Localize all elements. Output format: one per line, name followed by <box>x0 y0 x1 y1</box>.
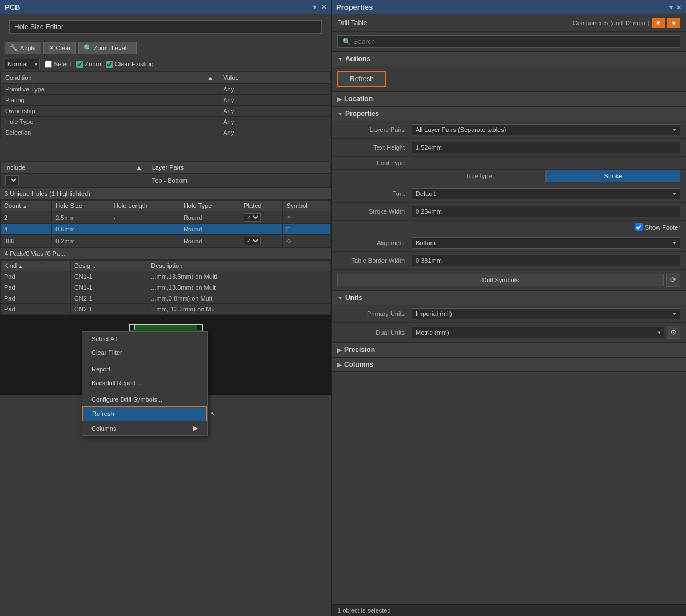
actions-section-header[interactable]: ▼ Actions <box>332 51 686 66</box>
actions-title: Actions <box>345 55 370 63</box>
location-collapse-arrow: ▶ <box>337 96 342 102</box>
truetype-button[interactable]: TrueType <box>412 170 546 182</box>
clear-button[interactable]: ✕ Clear <box>43 42 76 54</box>
table-row[interactable]: 2 2.5mm - Round ✓ ✧ <box>1 211 331 224</box>
select-checkbox-label[interactable]: Select <box>45 61 71 68</box>
dual-units-gear-button[interactable]: ⚙ <box>667 326 680 339</box>
include-table: Include ▲ Layer Pairs Top - Bottom <box>0 161 331 187</box>
table-row[interactable]: Pad CN1-1 ...mm,13.3mm) on Mult <box>1 282 331 293</box>
hole-type-col-header[interactable]: Hole Type <box>180 201 240 211</box>
columns-collapse-arrow: ▶ <box>337 362 342 368</box>
search-icon: 🔍 <box>342 38 351 46</box>
table-row: Selection Any <box>1 127 331 138</box>
layer-pairs-col-header[interactable]: Layer Pairs <box>147 162 330 174</box>
dual-select-wrapper: Metric (mm) ▼ ⚙ <box>412 326 680 339</box>
pads-table-container: Kind ▲ Desig... Description Pad CN1-1 ..… <box>0 260 331 315</box>
context-refresh[interactable]: Refresh ↖ <box>82 406 207 421</box>
cursor-icon: ↖ <box>210 410 216 418</box>
count-col-header[interactable]: Count ▲ <box>1 201 52 211</box>
refresh-icon: ⟳ <box>670 275 676 284</box>
table-row[interactable]: 386 0.2mm - Round ✓ ◇ <box>1 235 331 247</box>
refresh-button[interactable]: Refresh <box>337 71 386 87</box>
status-text: 1 object is selected <box>337 607 391 614</box>
location-section-header[interactable]: ▶ Location <box>332 91 686 106</box>
table-row-highlighted[interactable]: 4 0.6mm - Round □ <box>1 224 331 235</box>
condition-col-header[interactable]: Condition ▲ <box>1 72 218 84</box>
show-footer-checkbox[interactable] <box>635 223 643 231</box>
show-footer-label[interactable]: Show Footer <box>635 223 680 231</box>
close-icon[interactable]: ✕ <box>321 3 326 11</box>
hole-length-col-header[interactable]: Hole Length <box>110 201 180 211</box>
apply-button[interactable]: 🔧 Apply <box>5 42 41 54</box>
left-panel: PCB ▼ ✕ Hole Size Editor 🔧 Apply ✕ Clear… <box>0 0 332 616</box>
hole-size-col-header[interactable]: Hole Size <box>52 201 110 211</box>
filter-text: Components (and 12 more) <box>573 19 650 26</box>
clear-existing-checkbox-label[interactable]: Clear Existing <box>106 61 154 68</box>
zoom-checkbox[interactable] <box>76 61 83 68</box>
select-checkbox[interactable] <box>45 61 52 68</box>
plated-col-header[interactable]: Plated <box>240 201 283 211</box>
stroke-button[interactable]: Stroke <box>546 170 680 182</box>
units-section-header[interactable]: ▼ Units <box>332 290 686 305</box>
hole-editor-dropdown[interactable]: Hole Size Editor <box>9 20 322 34</box>
primary-units-select[interactable]: Imperial (mil) <box>412 308 680 319</box>
context-select-all[interactable]: Select All <box>82 332 207 346</box>
text-height-input[interactable] <box>412 142 680 153</box>
table-row[interactable]: Pad CN1-1 ...mm,13.3mm) on Multi <box>1 271 331 282</box>
right-panel-title: Properties <box>336 3 373 11</box>
dual-units-select[interactable]: Metric (mm) <box>412 327 664 338</box>
alignment-select[interactable]: Bottom <box>412 237 680 249</box>
context-columns[interactable]: Columns ▶ <box>82 421 207 435</box>
drill-symbols-button[interactable]: Drill Symbols <box>337 274 664 286</box>
search-input[interactable] <box>353 38 675 46</box>
table-row[interactable]: Pad CN2-1 ...mm,0.8mm) on Multi <box>1 293 331 304</box>
include-col-header[interactable]: Include ▲ <box>1 162 147 174</box>
columns-section-header[interactable]: ▶ Columns <box>332 357 686 372</box>
stroke-width-row: Stroke Width <box>332 203 686 221</box>
zoom-icon: 🔍 <box>83 44 92 52</box>
layers-pairs-select[interactable]: All Layer Pairs (Separate tables) <box>412 124 680 135</box>
pin-icon[interactable]: ▼ <box>312 3 318 11</box>
right-pin-icon[interactable]: ▼ <box>668 4 674 11</box>
right-title-controls: ▼ ✕ <box>668 3 681 11</box>
right-close-icon[interactable]: ✕ <box>676 4 681 11</box>
table-row: Top - Bottom <box>1 174 331 187</box>
show-footer-row: Show Footer <box>332 221 686 234</box>
kind-col-header[interactable]: Kind ▲ <box>1 261 71 271</box>
context-clear-filter[interactable]: Clear Filter <box>82 346 207 359</box>
font-select[interactable]: Default <box>412 188 680 199</box>
layers-pairs-value: All Layer Pairs (Separate tables) <box>412 124 680 135</box>
primary-units-select-wrapper: Imperial (mil) <box>412 308 680 319</box>
normal-select[interactable]: Normal <box>5 59 40 69</box>
symbol-col-header[interactable]: Symbol <box>282 201 330 211</box>
font-select-wrapper: Default <box>412 188 680 199</box>
precision-section-header[interactable]: ▶ Precision <box>332 342 686 357</box>
clear-existing-checkbox[interactable] <box>106 61 113 68</box>
actions-content: Refresh <box>332 66 686 91</box>
zoom-checkbox-label[interactable]: Zoom <box>76 61 101 68</box>
value-col-header[interactable]: Value <box>218 72 331 84</box>
desig-col-header[interactable]: Desig... <box>70 261 147 271</box>
filter-dropdown-button[interactable]: ▼ <box>667 18 680 28</box>
desc-col-header[interactable]: Description <box>147 261 331 271</box>
table-border-width-input[interactable] <box>412 255 680 266</box>
primary-units-row: Primary Units Imperial (mil) <box>332 305 686 323</box>
alignment-label: Alignment <box>337 239 412 246</box>
include-select[interactable] <box>5 175 19 185</box>
table-row: Primitive Type Any <box>1 84 331 95</box>
context-configure-drill[interactable]: Configure Drill Symbols... <box>82 393 207 406</box>
left-title-bar: PCB ▼ ✕ <box>0 0 331 14</box>
stroke-width-input[interactable] <box>412 206 680 217</box>
drill-symbols-refresh-button[interactable]: ⟳ <box>666 273 680 287</box>
table-border-width-row: Table Border Width <box>332 252 686 270</box>
context-backdrill-report[interactable]: Backdrill Report... <box>82 376 207 390</box>
location-title: Location <box>344 95 373 103</box>
right-title-bar: Properties ▼ ✕ <box>332 0 686 14</box>
table-row[interactable]: Pad CN2-1 ...mm,-13.3mm) on Mu <box>1 304 331 315</box>
zoom-level-button[interactable]: 🔍 Zoom Level... <box>78 42 137 54</box>
context-menu: Select All Clear Filter Report... Backdr… <box>82 331 208 436</box>
pads-section-header: 4 Pads/0 Vias (0 Pa... <box>0 247 331 260</box>
properties-section-header[interactable]: ▼ Properties <box>332 106 686 121</box>
filter-button[interactable]: ▼ <box>652 18 665 28</box>
context-report[interactable]: Report... <box>82 362 207 376</box>
